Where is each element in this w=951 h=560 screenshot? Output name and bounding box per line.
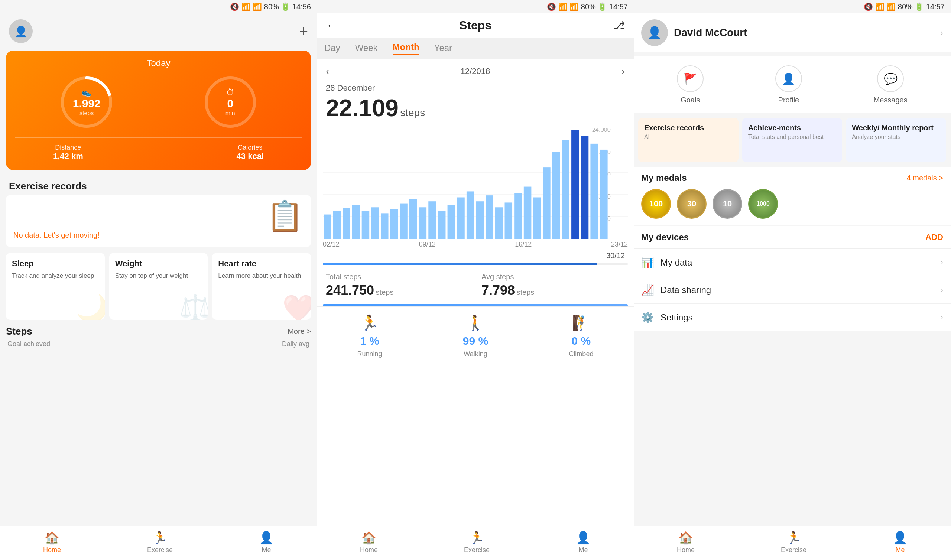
summary-row: Total steps 241.750 steps Avg steps 7.79…	[317, 267, 634, 304]
more-link[interactable]: More >	[288, 327, 311, 336]
running-icon: 🏃	[360, 314, 379, 332]
svg-rect-35	[524, 187, 532, 239]
chart-svg: 24.000 18.000 12.000 6.000 0	[323, 128, 628, 239]
avatar-left[interactable]: 👤	[9, 19, 33, 43]
svg-rect-21	[391, 209, 398, 239]
data-sharing-label: Data sharing	[660, 285, 940, 295]
bottom-nav-mid: 🏠 Home 🏃 Exercise 👤 Me	[317, 526, 634, 560]
heart-tile[interactable]: Heart rate Learn more about your health …	[212, 253, 311, 320]
metrics-circles: 👟 1.992 steps ⏱ 0 min	[15, 74, 302, 130]
achievements-card[interactable]: Achieve-ments Total stats and personal b…	[742, 118, 843, 162]
weekly-card-sub: Analyze your stats	[852, 134, 940, 140]
exercise-card-sub: All	[644, 134, 732, 140]
avg-label: Avg steps	[482, 272, 625, 281]
nav-me-right[interactable]: 👤 Me	[893, 531, 908, 554]
exercise-label-left: Exercise	[147, 546, 173, 554]
settings-item[interactable]: ⚙️ Settings ›	[634, 304, 951, 331]
total-value: 241.750	[326, 283, 374, 298]
nav-exercise-left[interactable]: 🏃 Exercise	[147, 531, 173, 554]
home-label-left: Home	[43, 546, 61, 554]
settings-chevron: ›	[940, 313, 943, 322]
share-button[interactable]: ⎇	[613, 19, 625, 32]
walking-col: 🚶 99 % Walking	[463, 314, 488, 358]
goals-item[interactable]: 🚩 Goals	[677, 65, 703, 105]
sleep-tile[interactable]: Sleep Track and analyze your sleep 🌙	[6, 253, 105, 320]
svg-rect-33	[505, 202, 512, 239]
chart-xaxis: 02/12 09/12 16/12 23/12	[317, 239, 634, 248]
add-button[interactable]: +	[299, 23, 308, 40]
next-date-button[interactable]: ›	[622, 65, 625, 77]
nav-home-mid[interactable]: 🏠 Home	[360, 531, 378, 554]
running-pct: 1 %	[360, 335, 379, 347]
data-sharing-item[interactable]: 📈 Data sharing ›	[634, 276, 951, 304]
exercise-records-title: Exercise records	[0, 175, 317, 195]
bottom-nav-right: 🏠 Home 🏃 Exercise 👤 Me	[634, 526, 951, 560]
calories-value: 43 kcal	[237, 152, 264, 161]
status-icons-left: 🔇 📶 📶 80% 🔋 14:56	[230, 2, 311, 11]
exercise-card[interactable]: Exercise records All	[638, 118, 739, 162]
back-button[interactable]: ←	[326, 18, 338, 32]
menu-list: 📊 My data › 📈 Data sharing › ⚙️ Settings…	[634, 249, 951, 331]
svg-rect-31	[486, 195, 493, 239]
today-label: Today	[15, 58, 302, 68]
me-icon-right: 👤	[893, 531, 908, 545]
tab-week[interactable]: Week	[355, 43, 378, 55]
home-label-right: Home	[677, 546, 695, 554]
tab-month[interactable]: Month	[392, 42, 419, 55]
steps-header-bar: ← Steps ⎇	[317, 13, 634, 37]
svg-rect-25	[428, 201, 436, 239]
exercise-records-card[interactable]: 📋 No data. Let's get moving!	[6, 195, 311, 247]
my-data-item[interactable]: 📊 My data ›	[634, 249, 951, 276]
tab-day[interactable]: Day	[324, 43, 340, 55]
weight-desc: Stay on top of your weight	[115, 271, 202, 280]
profile-header[interactable]: 👤 David McCourt ›	[634, 13, 951, 52]
nav-home-left[interactable]: 🏠 Home	[43, 531, 61, 554]
steps-chart: 24.000 18.000 12.000 6.000 0	[317, 128, 634, 239]
home-icon-right: 🏠	[678, 531, 693, 545]
status-icons-right: 🔇 📶 📶 80% 🔋 14:57	[864, 2, 945, 11]
medal-1: 100	[641, 189, 671, 219]
svg-rect-34	[514, 194, 522, 239]
svg-rect-19	[371, 207, 379, 239]
medal-2: 30	[677, 189, 706, 219]
exercise-bg-icon: 📋	[266, 198, 303, 234]
icon-grid: 🚩 Goals 👤 Profile 💬 Messages	[634, 57, 951, 113]
svg-rect-38	[552, 152, 560, 239]
nav-exercise-mid[interactable]: 🏃 Exercise	[464, 531, 489, 554]
medals-row: 100 30 10 1000	[641, 189, 943, 219]
svg-rect-36	[533, 198, 541, 240]
messages-item[interactable]: 💬 Messages	[874, 65, 908, 105]
weekly-card[interactable]: Weekly/ Monthly report Analyze your stat…	[846, 118, 946, 162]
activities-row: 🏃 1 % Running 🚶 99 % Walking 🧗 0 % Climb…	[317, 306, 634, 364]
selected-date: 28 December	[326, 83, 625, 93]
x-label-4: 23/12	[611, 241, 628, 248]
svg-rect-30	[476, 201, 484, 239]
nav-exercise-right[interactable]: 🏃 Exercise	[781, 531, 806, 554]
svg-rect-43	[600, 150, 608, 239]
goal-achieved-label: Goal achieved	[8, 340, 50, 348]
svg-rect-18	[362, 211, 369, 239]
timer-value: 0	[227, 97, 233, 110]
svg-rect-37	[543, 168, 551, 239]
add-device-button[interactable]: ADD	[925, 232, 943, 242]
svg-text:24.000: 24.000	[592, 128, 611, 133]
nav-me-left[interactable]: 👤 Me	[259, 531, 274, 554]
exercise-label-mid: Exercise	[464, 546, 489, 554]
messages-icon: 💬	[877, 65, 904, 92]
medals-count[interactable]: 4 medals >	[907, 174, 943, 182]
prev-date-button[interactable]: ‹	[326, 65, 329, 77]
tab-year[interactable]: Year	[434, 43, 452, 55]
nav-home-right[interactable]: 🏠 Home	[677, 531, 695, 554]
user-name: David McCourt	[674, 27, 940, 38]
nav-me-mid[interactable]: 👤 Me	[576, 531, 591, 554]
home-header: 👤 +	[0, 13, 317, 46]
me-label-left: Me	[262, 546, 271, 554]
settings-label: Settings	[660, 312, 940, 323]
weight-tile[interactable]: Weight Stay on top of your weight ⚖️	[109, 253, 208, 320]
profile-item[interactable]: 👤 Profile	[775, 65, 802, 105]
steps-section-title: Steps	[6, 326, 32, 337]
timer-value-group: ⏱ 0 min	[226, 88, 235, 117]
svg-rect-22	[400, 203, 408, 239]
svg-rect-41	[581, 135, 589, 239]
medal-3: 10	[712, 189, 742, 219]
